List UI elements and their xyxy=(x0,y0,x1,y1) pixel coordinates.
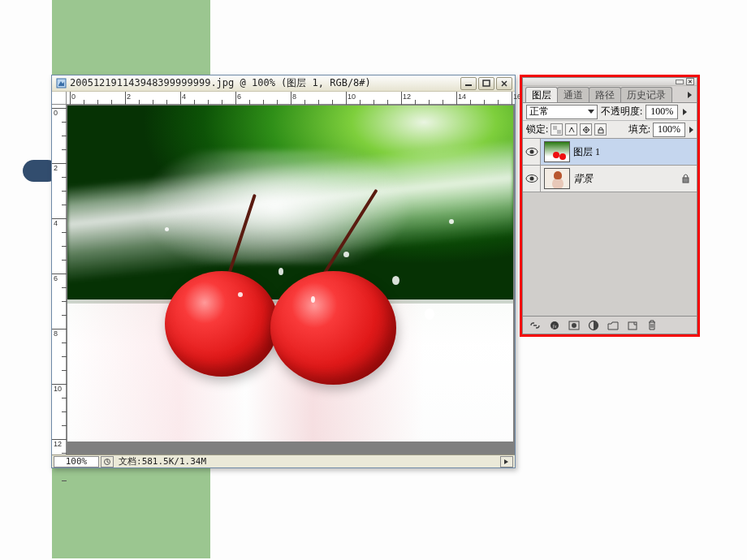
layer-list: 图层 1背景 xyxy=(523,139,697,316)
lock-label: 锁定: xyxy=(526,123,548,136)
svg-point-11 xyxy=(529,177,533,181)
visibility-toggle[interactable] xyxy=(523,139,541,165)
document-title: 200512191143948399999999.jpg @ 100% (图层 … xyxy=(70,76,460,90)
svg-rect-18 xyxy=(628,322,637,330)
trash-icon[interactable] xyxy=(645,319,659,332)
lock-icon xyxy=(681,174,690,183)
document-window: 200512191143948399999999.jpg @ 100% (图层 … xyxy=(51,75,516,468)
link-icon[interactable] xyxy=(528,319,542,332)
tab-history[interactable]: 历史记录 xyxy=(620,87,672,102)
panel-menu-icon[interactable] xyxy=(685,89,695,100)
panel-close-icon[interactable]: ✕ xyxy=(686,78,694,85)
fill-input[interactable]: 100% xyxy=(653,123,685,137)
mask-icon[interactable] xyxy=(567,319,581,332)
chevron-down-icon xyxy=(588,110,594,114)
opacity-label: 不透明度: xyxy=(601,105,642,118)
panel-tabs: 图层 通道 路径 历史记录 xyxy=(523,86,697,103)
fill-slider-arrow-icon[interactable] xyxy=(689,127,693,133)
app-doc-icon xyxy=(55,78,67,89)
blend-mode-select[interactable]: 正常 xyxy=(526,105,598,119)
fx-icon[interactable]: fx xyxy=(547,319,562,332)
svg-point-16 xyxy=(572,323,576,328)
panel-minimize-icon[interactable] xyxy=(676,80,684,84)
eye-icon xyxy=(525,174,538,183)
layer-row[interactable]: 图层 1 xyxy=(523,139,697,166)
document-titlebar[interactable]: 200512191143948399999999.jpg @ 100% (图层 … xyxy=(52,75,515,92)
ruler-origin[interactable] xyxy=(52,92,67,105)
ruler-vertical[interactable]: 024681012 xyxy=(52,105,67,454)
window-minimize-button[interactable] xyxy=(460,77,477,90)
lock-all-icon[interactable] xyxy=(594,123,607,136)
adjust-icon[interactable] xyxy=(586,319,601,332)
group-icon[interactable] xyxy=(606,319,620,332)
document-status-bar: 100% 文档: 581.5K/1.34M xyxy=(52,454,515,467)
canvas-area[interactable] xyxy=(67,105,515,454)
svg-rect-5 xyxy=(557,130,561,134)
svg-rect-4 xyxy=(553,126,557,130)
layers-panel: ✕ 图层 通道 路径 历史记录 正常 不透明度: 100% 锁定: xyxy=(522,77,697,334)
status-menu-arrow-icon[interactable] xyxy=(500,456,513,467)
tab-channels[interactable]: 通道 xyxy=(557,87,589,102)
new-layer-icon[interactable] xyxy=(625,319,640,332)
layers-panel-highlight: ✕ 图层 通道 路径 历史记录 正常 不透明度: 100% 锁定: xyxy=(520,75,700,337)
image-canvas xyxy=(67,106,513,442)
status-nav-icon[interactable] xyxy=(101,456,114,467)
blend-opacity-row: 正常 不透明度: 100% xyxy=(523,103,697,121)
svg-text:fx: fx xyxy=(552,323,557,330)
svg-rect-2 xyxy=(483,80,490,86)
lock-position-icon[interactable] xyxy=(580,123,592,136)
svg-point-9 xyxy=(529,150,533,154)
layer-thumbnail[interactable] xyxy=(544,168,570,189)
lock-transparent-icon[interactable] xyxy=(551,123,563,136)
photo-content xyxy=(67,106,513,442)
zoom-input[interactable]: 100% xyxy=(54,456,99,467)
status-doc-size: 581.5K/1.34M xyxy=(142,456,206,467)
svg-point-6 xyxy=(571,127,572,129)
opacity-slider-arrow-icon[interactable] xyxy=(683,109,687,115)
tab-paths[interactable]: 路径 xyxy=(589,87,621,102)
layer-thumbnail[interactable] xyxy=(544,141,570,162)
tab-layers[interactable]: 图层 xyxy=(525,87,558,102)
ruler-horizontal[interactable]: 0246810121416 xyxy=(67,92,515,105)
fill-label: 填充: xyxy=(628,123,650,136)
eye-icon xyxy=(525,147,538,157)
layer-row[interactable]: 背景 xyxy=(523,166,697,192)
lock-pixels-icon[interactable] xyxy=(565,123,577,136)
layer-name-label[interactable]: 背景 xyxy=(573,172,593,186)
svg-rect-12 xyxy=(683,178,689,183)
status-doc-label: 文档: xyxy=(119,455,142,467)
window-close-button[interactable] xyxy=(496,77,512,90)
svg-rect-7 xyxy=(598,130,603,133)
svg-rect-1 xyxy=(465,84,472,86)
blend-mode-value: 正常 xyxy=(529,105,549,118)
lock-fill-row: 锁定: 填充: 100% xyxy=(523,121,697,139)
layers-panel-footer: fx xyxy=(523,316,697,334)
visibility-toggle[interactable] xyxy=(523,166,541,192)
panel-window-bar[interactable]: ✕ xyxy=(523,78,697,86)
opacity-input[interactable]: 100% xyxy=(646,105,678,119)
layer-name-label[interactable]: 图层 1 xyxy=(573,145,600,159)
window-maximize-button[interactable] xyxy=(478,77,494,90)
